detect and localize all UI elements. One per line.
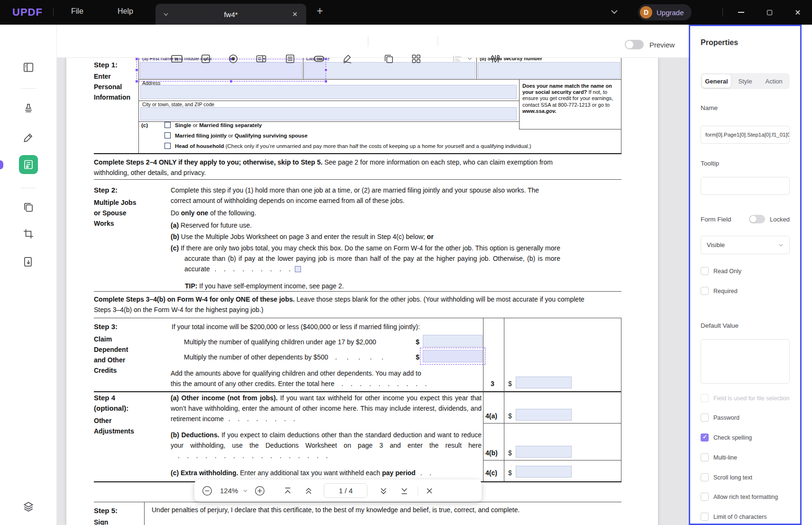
maximize-button[interactable]: [762, 5, 776, 19]
visibility-value: Visible: [707, 241, 725, 249]
align-fields-tool[interactable]: [450, 52, 465, 66]
next-page-button[interactable]: [379, 486, 388, 496]
pdf-field-city[interactable]: [140, 107, 517, 120]
pdf-step3-l4b: this the amount of any other credits. En…: [171, 378, 427, 389]
pdf-field-address[interactable]: [140, 85, 517, 99]
updf-window: UPDF File Help fw4* ✕ + D Upgrade ✕: [0, 0, 812, 525]
tab-general[interactable]: General: [702, 74, 731, 88]
new-tab-button[interactable]: +: [317, 5, 323, 18]
password-checkbox[interactable]: Password: [701, 414, 795, 422]
name-input[interactable]: form[0].Page1[0].Step1a[0].f1_01[0]: [701, 126, 790, 144]
minimize-button[interactable]: [734, 5, 748, 19]
pdf-step5-sub: Sign: [94, 517, 108, 525]
selection-handle[interactable]: [135, 58, 138, 61]
thumbnails-icon[interactable]: [22, 500, 35, 513]
menu-help[interactable]: Help: [118, 7, 133, 16]
required-checkbox[interactable]: Required: [701, 287, 795, 295]
pdf-checkbox-single[interactable]: [164, 122, 171, 128]
pdf-city-label: City or town, state, and ZIP code: [142, 101, 214, 107]
last-page-button[interactable]: [400, 486, 409, 496]
close-button[interactable]: ✕: [791, 5, 805, 19]
tab-action[interactable]: Action: [759, 74, 788, 88]
zoom-caret-icon[interactable]: [243, 489, 248, 493]
pdf-field-deductions[interactable]: [516, 446, 572, 458]
panel-toggle[interactable]: [0, 160, 3, 169]
tab-menu-icon[interactable]: [163, 12, 169, 17]
pdf-step4-b-num: 4(b): [485, 448, 498, 458]
tooltip-input[interactable]: [701, 177, 790, 195]
pdf-field-extra-withholding[interactable]: [516, 466, 572, 478]
pdf-field-qualifying-children[interactable]: [423, 335, 483, 347]
default-value-textarea[interactable]: [701, 339, 790, 384]
tab-style[interactable]: Style: [731, 74, 760, 88]
combo-box-tool[interactable]: [254, 52, 268, 66]
form-icon: [23, 159, 34, 170]
file-selection-checkbox[interactable]: Field is used for file selection: [701, 394, 795, 402]
tooltip-label: Tooltip: [701, 160, 719, 167]
form-tool-active[interactable]: [19, 155, 38, 174]
char-limit-checkbox[interactable]: Limit of 0 characters: [701, 513, 795, 521]
radio-button-tool[interactable]: [226, 52, 240, 66]
upgrade-button[interactable]: D Upgrade: [638, 4, 692, 20]
menu-file[interactable]: File: [71, 7, 83, 16]
form-toolbar: TI OK: [57, 25, 689, 58]
reading-mode-icon[interactable]: [22, 61, 35, 74]
pdf-checkbox-head-of-household[interactable]: [164, 143, 171, 149]
pdf-step3-l2-dollar: $: [416, 337, 420, 347]
export-icon[interactable]: [22, 256, 35, 268]
preview-toggle-knob: [626, 41, 633, 48]
pdf-field-other-income[interactable]: [516, 409, 572, 421]
locked-toggle[interactable]: [749, 215, 765, 223]
titlebar-chevron-icon[interactable]: [611, 9, 618, 14]
pdf-page[interactable]: (a) First name and middle initial Last n…: [66, 58, 658, 525]
crop-icon[interactable]: [22, 228, 35, 240]
selection-handle[interactable]: [135, 80, 138, 83]
pdf-step3-l3-dollar: $: [416, 352, 420, 362]
close-floatbar-button[interactable]: [426, 487, 433, 495]
preview-toggle[interactable]: [625, 40, 644, 49]
align-caret-icon[interactable]: [467, 57, 472, 61]
zoom-in-button[interactable]: [255, 486, 265, 496]
scroll-long-text-checkbox[interactable]: Scroll long text: [701, 473, 795, 481]
right-gutter: [802, 25, 812, 525]
selection-handle[interactable]: [229, 80, 233, 83]
document-tab[interactable]: fw4* ✕: [155, 4, 306, 25]
svg-text:TI: TI: [174, 56, 178, 62]
read-only-checkbox[interactable]: Read Only: [701, 267, 795, 275]
pdf-step1-sub3: Information: [94, 92, 130, 102]
rich-text-checkbox[interactable]: Allow rich text formatting: [701, 493, 795, 501]
pdf-step3-row-num: 3: [491, 378, 494, 389]
previous-page-button[interactable]: [304, 486, 313, 496]
selection-handle[interactable]: [324, 68, 328, 72]
distribute-fields-tool[interactable]: [409, 52, 423, 66]
list-box-tool[interactable]: [283, 52, 297, 66]
edit-icon[interactable]: [22, 131, 35, 144]
checkbox-tool[interactable]: [199, 52, 213, 66]
page-indicator[interactable]: 1 / 4: [324, 483, 367, 498]
visibility-select[interactable]: Visible: [701, 236, 790, 254]
pdf-checkbox-married-jointly[interactable]: [164, 132, 171, 138]
multi-line-checkbox[interactable]: Multi-line: [701, 453, 795, 461]
check-spelling-checkbox[interactable]: Check spelling: [701, 433, 795, 442]
push-button-tool[interactable]: OK: [312, 52, 326, 66]
selection-handle[interactable]: [324, 80, 328, 83]
pdf-step4-sub1: Other: [94, 415, 111, 426]
organize-pages-icon[interactable]: [22, 201, 35, 213]
form-tools-caret-icon[interactable]: [505, 57, 510, 61]
field-selection-secondary[interactable]: [420, 348, 485, 365]
duplicate-fields-tool[interactable]: [382, 52, 396, 66]
pdf-step4-c-dollar: $: [508, 468, 512, 478]
first-page-button[interactable]: [283, 486, 292, 496]
annotate-icon[interactable]: [22, 101, 35, 114]
preview-label: Preview: [649, 40, 675, 50]
zoom-out-button[interactable]: [202, 486, 212, 496]
tab-close-icon[interactable]: ✕: [290, 9, 300, 19]
signature-field-tool[interactable]: [340, 52, 355, 66]
form-tools-icon[interactable]: [488, 52, 502, 66]
avatar[interactable]: D: [640, 6, 652, 18]
pdf-field-total-credits[interactable]: [516, 377, 572, 388]
selection-handle[interactable]: [135, 68, 138, 72]
text-field-tool[interactable]: TI: [170, 52, 184, 66]
pdf-step4-sub2: Adjustments: [94, 426, 134, 436]
pdf-checkbox-two-jobs[interactable]: [295, 266, 301, 272]
